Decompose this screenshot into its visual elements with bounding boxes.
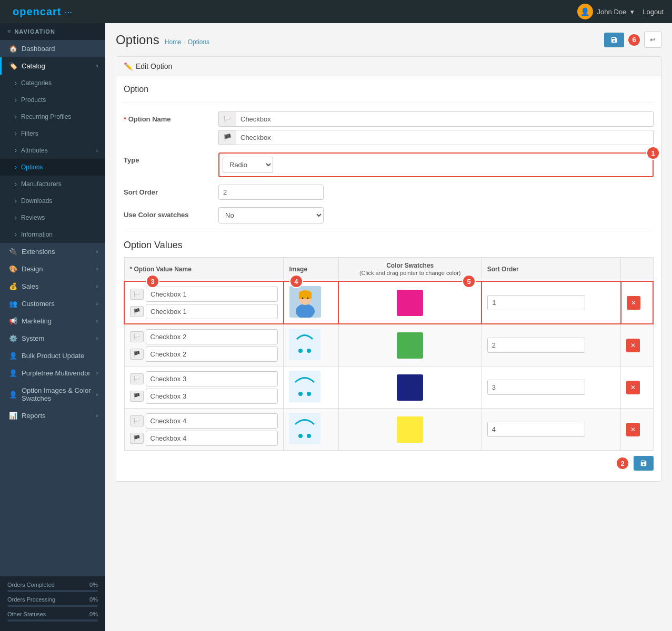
sidebar-item-reports[interactable]: 📊 Reports › (0, 407, 105, 424)
row2-color-swatch[interactable] (397, 332, 423, 359)
stat-row-completed: Orders Completed 0% (7, 582, 98, 588)
svg-point-15 (307, 434, 311, 438)
breadcrumb: Home › Options (165, 38, 209, 46)
breadcrumb-home[interactable]: Home (165, 38, 182, 46)
user-dropdown-icon[interactable]: ▾ (630, 8, 634, 16)
chevron-right-icon: › (96, 249, 98, 255)
row4-color-cell[interactable] (338, 409, 482, 451)
row4-name-en[interactable] (146, 413, 278, 429)
flag-en-icon: 🏳️ (218, 111, 236, 127)
edit-option-card-header: ✏️ Edit Option (116, 57, 661, 76)
type-select[interactable]: Radio Checkbox Text Select (223, 157, 273, 173)
color-swatches-select[interactable]: No Yes (218, 207, 324, 223)
row2-delete-button[interactable]: ✕ (626, 339, 640, 352)
option-name-input-fr[interactable] (236, 130, 654, 145)
row4-sort-cell (482, 409, 621, 451)
row1-name-fr[interactable] (146, 304, 278, 319)
row1-sort-input[interactable] (487, 295, 585, 310)
option-values-table-wrapper: * Option Value Name Image Color Swatches… (124, 257, 654, 451)
sidebar-item-manufacturers[interactable]: › Manufacturers (0, 176, 105, 192)
row4-cart-img (289, 413, 320, 444)
sidebar-item-categories[interactable]: › Categories (0, 75, 105, 91)
sidebar-item-design[interactable]: 🎨 Design › (0, 260, 105, 278)
flag-en-small: 🏳️ (130, 373, 144, 384)
row2-name-en[interactable] (146, 329, 278, 344)
row1-delete-button[interactable]: ✕ (627, 296, 640, 310)
row4-color-swatch[interactable] (397, 416, 423, 443)
sidebar-item-reviews[interactable]: › Reviews (0, 209, 105, 226)
annotation-1: 1 (646, 146, 660, 160)
row4-delete-button[interactable]: ✕ (626, 423, 640, 436)
bullet-icon: › (15, 231, 17, 238)
row1-avatar-img (289, 286, 321, 318)
sort-order-input[interactable] (218, 185, 324, 200)
row2-sort-input[interactable] (487, 338, 585, 353)
catalog-icon: 🏷️ (9, 62, 17, 70)
svg-point-9 (307, 349, 311, 353)
row4-sort-input[interactable] (487, 422, 585, 437)
row3-delete-button[interactable]: ✕ (626, 381, 640, 394)
sidebar-item-system[interactable]: ⚙️ System › (0, 330, 105, 347)
sidebar-item-information[interactable]: › Information (0, 226, 105, 243)
bullet-icon: › (15, 197, 17, 205)
row2-image-cell[interactable] (284, 324, 338, 367)
row1-name-en[interactable] (146, 287, 278, 302)
row3-sort-input[interactable] (487, 380, 585, 395)
flag-en-small: 🏳️ (130, 415, 144, 426)
logout-button[interactable]: Logout (643, 8, 664, 16)
col-sort-order: Sort Order (482, 258, 621, 282)
sidebar-item-marketing[interactable]: 📢 Marketing › (0, 312, 105, 330)
marketing-icon: 📢 (9, 317, 17, 325)
row3-color-swatch[interactable] (397, 374, 423, 401)
color-swatches-group: Use Color swatches No Yes (124, 207, 654, 223)
breadcrumb-current[interactable]: Options (188, 38, 209, 46)
reports-icon: 📊 (9, 412, 17, 420)
bullet-icon: › (15, 180, 17, 188)
hamburger-icon: ≡ (7, 28, 11, 35)
sidebar-item-downloads[interactable]: › Downloads (0, 192, 105, 209)
row2-name-cell: 🏳️ 🏴 (124, 324, 284, 367)
svg-rect-4 (299, 293, 312, 299)
sidebar-item-purpletree[interactable]: 👤 Purpletree Multivendor › (0, 364, 105, 382)
save-button-top[interactable] (604, 33, 624, 47)
row1-color-cell[interactable]: 5 (338, 281, 482, 324)
breadcrumb-separator: › (184, 38, 186, 46)
row3-color-cell[interactable] (338, 367, 482, 409)
svg-rect-10 (289, 371, 320, 402)
sidebar-item-customers[interactable]: 👥 Customers › (0, 295, 105, 312)
back-button[interactable]: ↩ (644, 32, 661, 48)
sidebar-item-extensions[interactable]: 🔌 Extensions › (0, 243, 105, 260)
row2-name-fr[interactable] (146, 347, 278, 362)
table-row: 🏳️ 🏴 (124, 367, 653, 409)
sidebar-item-filters[interactable]: › Filters (0, 125, 105, 142)
sidebar-item-catalog[interactable]: 🏷️ Catalog › (0, 57, 105, 75)
row1-image-cell[interactable]: 4 (284, 281, 338, 324)
sidebar-item-option-images[interactable]: 👤 Option Images & Color Swatches › (0, 382, 105, 407)
sidebar-item-attributes[interactable]: › Attributes › (0, 142, 105, 159)
sidebar-item-recurring[interactable]: › Recurring Profiles (0, 108, 105, 125)
chevron-right-icon: › (96, 413, 98, 419)
flag-fr-icon: 🏴 (218, 130, 236, 145)
svg-point-6 (307, 298, 308, 299)
save-button-bottom[interactable] (634, 456, 654, 471)
sidebar-item-bulk-update[interactable]: 👤 Bulk Product Update (0, 347, 105, 364)
sort-order-label: Sort Order (124, 185, 218, 196)
row4-image-cell[interactable] (284, 409, 338, 451)
sidebar-item-sales[interactable]: 💰 Sales › (0, 278, 105, 295)
page-title: Options (116, 33, 159, 47)
sort-order-group: Sort Order (124, 185, 654, 200)
color-swatches-label: Use Color swatches (124, 207, 218, 219)
sidebar-item-products[interactable]: › Products (0, 91, 105, 108)
edit-option-card-body: Option Option Name 🏳️ 🏴 (116, 76, 661, 481)
sidebar-item-options[interactable]: › Options (0, 159, 105, 176)
row3-image-cell[interactable] (284, 367, 338, 409)
row1-color-swatch[interactable] (397, 290, 423, 316)
bullet-icon: › (15, 96, 17, 104)
row3-name-fr[interactable] (146, 389, 278, 404)
sidebar-item-dashboard[interactable]: 🏠 Dashboard (0, 40, 105, 57)
row2-color-cell[interactable] (338, 324, 482, 367)
row3-name-en[interactable] (146, 371, 278, 386)
bottom-save-area: 2 (124, 451, 654, 473)
row4-name-fr[interactable] (146, 431, 278, 446)
option-name-input-en[interactable] (236, 111, 654, 127)
